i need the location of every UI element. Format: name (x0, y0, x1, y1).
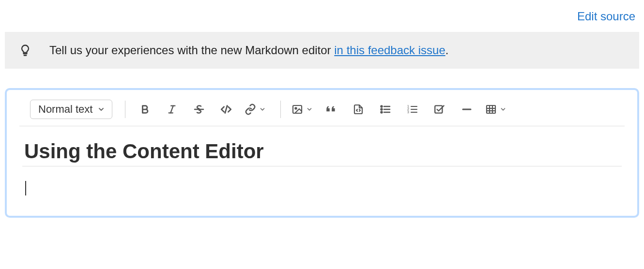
numbered-list-button[interactable]: 123 (402, 100, 423, 119)
notice-text-before: Tell us your experiences with the new Ma… (49, 44, 334, 57)
table-button[interactable] (483, 100, 508, 119)
editor-content[interactable]: Using the Content Editor (10, 126, 634, 196)
chevron-down-icon (306, 106, 313, 113)
lightbulb-icon (18, 44, 32, 57)
task-list-button[interactable] (429, 100, 450, 119)
chevron-down-icon (500, 106, 506, 113)
svg-rect-21 (487, 105, 495, 113)
svg-line-4 (225, 105, 227, 113)
image-button[interactable] (290, 100, 315, 119)
notice-text-after: . (445, 44, 449, 57)
svg-point-9 (381, 109, 383, 110)
svg-point-6 (295, 107, 297, 109)
chevron-down-icon (97, 105, 105, 113)
code-block-button[interactable] (348, 100, 369, 119)
svg-text:3: 3 (407, 110, 409, 114)
link-button[interactable] (243, 100, 268, 119)
text-style-dropdown[interactable]: Normal text (30, 100, 112, 119)
horizontal-rule-button[interactable] (456, 100, 477, 119)
bold-button[interactable] (134, 100, 155, 119)
editor-container: Normal text (5, 88, 639, 218)
document-title[interactable]: Using the Content Editor (22, 140, 622, 166)
feedback-issue-link[interactable]: in this feedback issue (334, 44, 445, 57)
svg-point-11 (381, 112, 383, 113)
code-button[interactable] (215, 100, 237, 119)
notice-text: Tell us your experiences with the new Ma… (49, 44, 448, 57)
header-actions: Edit source (5, 5, 639, 32)
bullet-list-button[interactable] (375, 100, 396, 119)
blockquote-button[interactable] (321, 100, 342, 119)
edit-source-link[interactable]: Edit source (577, 10, 635, 23)
editor-body-line[interactable] (22, 180, 622, 196)
toolbar-separator (280, 101, 281, 118)
text-cursor (25, 181, 26, 195)
text-style-label: Normal text (38, 103, 92, 116)
svg-rect-19 (435, 105, 443, 113)
svg-point-7 (381, 106, 383, 107)
editor-toolbar: Normal text (19, 97, 625, 126)
toolbar-separator (125, 101, 125, 118)
chevron-down-icon (259, 106, 266, 113)
svg-line-2 (171, 106, 174, 113)
feedback-notice: Tell us your experiences with the new Ma… (5, 32, 639, 69)
strikethrough-button[interactable] (188, 100, 210, 119)
italic-button[interactable] (161, 100, 183, 119)
